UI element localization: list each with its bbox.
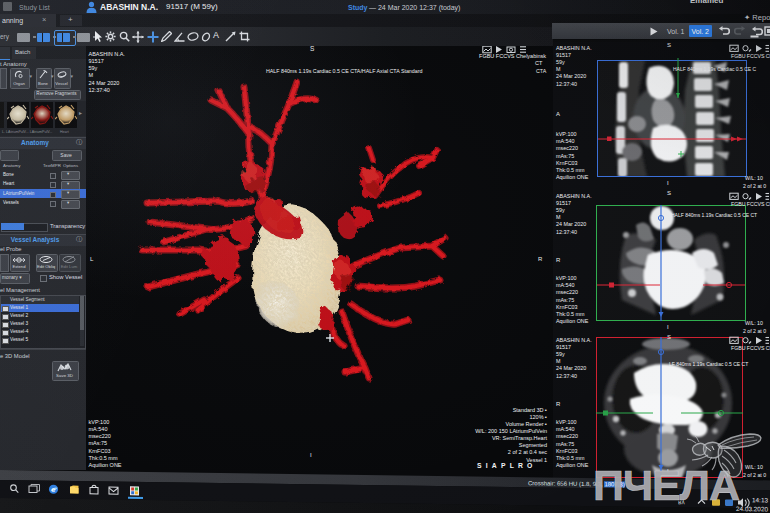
svg-text:e: e (51, 486, 55, 493)
